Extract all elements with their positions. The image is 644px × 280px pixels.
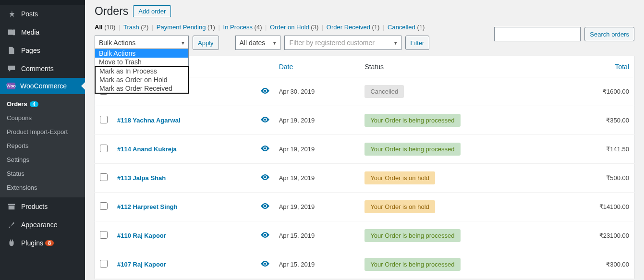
order-total: ₹141.50: [559, 135, 634, 164]
status-badge: Your Order is being processed: [365, 229, 460, 242]
col-status: Status: [360, 56, 559, 77]
woo-icon: Woo: [7, 83, 15, 89]
order-date: Apr 15, 2019: [274, 221, 360, 250]
filter-link[interactable]: Cancelled: [388, 24, 417, 31]
order-date: Apr 19, 2019: [274, 135, 360, 164]
preview-icon[interactable]: [250, 77, 274, 106]
page-title: Orders: [95, 5, 128, 18]
bulk-actions-select[interactable]: Bulk Actions: [95, 36, 189, 50]
search-orders-button[interactable]: Search orders: [584, 27, 634, 41]
customer-filter[interactable]: Filter by registered customer: [284, 36, 401, 50]
dropdown-option[interactable]: Mark as Order Received: [96, 84, 188, 93]
apply-button[interactable]: Apply: [193, 36, 219, 50]
submenu-item[interactable]: Reports: [0, 139, 85, 153]
menu-label: Media: [21, 28, 39, 36]
menu-label: WooCommerce: [20, 82, 67, 90]
row-checkbox[interactable]: [100, 202, 108, 210]
order-link[interactable]: #118 Yachna Agarwal: [117, 117, 181, 124]
filter-link[interactable]: All: [95, 24, 104, 31]
preview-icon[interactable]: [250, 250, 274, 279]
brush-icon: [7, 220, 16, 230]
order-date: Apr 30, 2019: [274, 77, 360, 106]
admin-sidebar: Posts Media Pages Comments WooWooCommerc…: [0, 0, 85, 280]
row-checkbox[interactable]: [100, 231, 108, 239]
menu-comments[interactable]: Comments: [0, 60, 85, 78]
submenu-item[interactable]: Settings: [0, 153, 85, 167]
order-total: ₹500.00: [559, 164, 634, 193]
col-date[interactable]: Date: [274, 56, 360, 77]
menu-plugins[interactable]: Plugins8: [0, 234, 85, 252]
plug-icon: [7, 238, 16, 248]
status-badge: Your Order is being processed: [365, 114, 460, 127]
add-order-button[interactable]: Add order: [133, 5, 171, 17]
preview-icon[interactable]: [250, 193, 274, 221]
date-filter-select[interactable]: All dates: [235, 36, 280, 50]
order-date: Apr 15, 2019: [274, 250, 360, 279]
row-checkbox[interactable]: [100, 116, 108, 123]
order-link[interactable]: #110 Raj Kapoor: [117, 232, 166, 239]
filter-link[interactable]: Trash: [123, 24, 141, 31]
status-badge: Your Order is on hold: [365, 171, 435, 184]
menu-media[interactable]: Media: [0, 23, 85, 41]
dropdown-option[interactable]: Mark as In Process: [96, 67, 188, 75]
menu-label: Pages: [21, 47, 40, 54]
preview-icon[interactable]: [250, 135, 274, 164]
submenu-item[interactable]: Extensions: [0, 181, 85, 195]
order-link[interactable]: #112 Harpreet Singh: [117, 203, 178, 210]
search-input[interactable]: [494, 27, 581, 41]
menu-products[interactable]: Products: [0, 197, 85, 216]
table-row: #107 Raj KapoorApr 15, 2019Your Order is…: [95, 250, 634, 279]
count-badge: 4: [30, 101, 38, 107]
status-badge: Your Order is on hold: [365, 200, 435, 213]
menu-label: Products: [21, 203, 48, 210]
preview-icon[interactable]: [250, 221, 274, 250]
filter-button[interactable]: Filter: [405, 36, 430, 50]
submenu-item[interactable]: Status: [0, 167, 85, 181]
submenu-item[interactable]: Product Import-Export: [0, 125, 85, 139]
order-total: ₹14100.00: [559, 193, 634, 221]
order-date: Apr 19, 2019: [274, 106, 360, 135]
filter-link[interactable]: In Process: [223, 24, 255, 31]
dropdown-option[interactable]: Bulk Actions: [95, 49, 188, 58]
order-total: ₹350.00: [559, 106, 634, 135]
preview-icon[interactable]: [250, 164, 274, 193]
order-total: ₹1600.00: [559, 77, 634, 106]
table-row: #118 Yachna AgarwalApr 19, 2019Your Orde…: [95, 106, 634, 135]
preview-icon[interactable]: [250, 106, 274, 135]
table-row: #110 Raj KapoorApr 15, 2019Your Order is…: [95, 221, 634, 250]
table-row: #114 Anand KukrejaApr 19, 2019Your Order…: [95, 135, 634, 164]
order-date: Apr 19, 2019: [274, 164, 360, 193]
dropdown-option[interactable]: Mark as Order on Hold: [96, 75, 188, 84]
submenu-item[interactable]: Coupons: [0, 111, 85, 125]
pin-icon: [7, 9, 16, 19]
status-badge: Your Order is being processed: [365, 258, 460, 271]
update-badge: 8: [45, 240, 54, 246]
row-checkbox[interactable]: [100, 145, 108, 152]
dropdown-option[interactable]: Move to Trash: [95, 58, 188, 66]
row-checkbox[interactable]: [100, 260, 108, 268]
submenu-item[interactable]: Orders4: [0, 97, 85, 111]
order-total: ₹300.00: [559, 250, 634, 279]
order-link[interactable]: #107 Raj Kapoor: [117, 261, 166, 268]
table-row: #113 Jalpa ShahApr 19, 2019Your Order is…: [95, 164, 634, 193]
filter-link[interactable]: Order Received: [327, 24, 372, 31]
order-total: ₹23100.00: [559, 221, 634, 250]
filter-link[interactable]: Payment Pending: [157, 24, 207, 31]
order-date: Apr 19, 2019: [274, 193, 360, 221]
menu-label: Posts: [21, 10, 38, 18]
row-checkbox[interactable]: [100, 173, 108, 181]
filter-link[interactable]: Order on Hold: [270, 24, 311, 31]
page-icon: [7, 46, 16, 55]
menu-woocommerce[interactable]: WooWooCommerce: [0, 78, 85, 94]
order-link[interactable]: #114 Anand Kukreja: [117, 146, 177, 153]
menu-appearance[interactable]: Appearance: [0, 216, 85, 234]
status-badge: Your Order is being processed: [365, 143, 460, 156]
order-link[interactable]: #113 Jalpa Shah: [117, 174, 166, 182]
main-content: Orders Add order All (10) | Trash (2) | …: [85, 0, 644, 280]
media-icon: [7, 27, 16, 37]
menu-pages[interactable]: Pages: [0, 41, 85, 60]
col-total[interactable]: Total: [559, 56, 634, 77]
comment-icon: [7, 64, 16, 73]
menu-posts[interactable]: Posts: [0, 5, 85, 23]
status-badge: Cancelled: [365, 85, 404, 98]
